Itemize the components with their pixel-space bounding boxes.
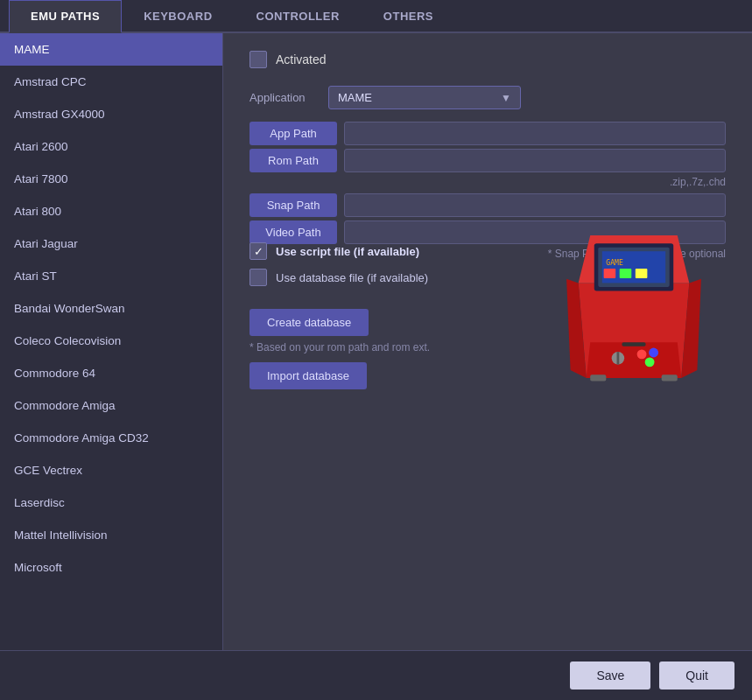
sidebar-item-bandai-wonderswan[interactable]: Bandai WonderSwan xyxy=(0,292,222,325)
rom-hint: .zip,.7z,.chd xyxy=(249,176,726,188)
svg-marker-9 xyxy=(587,342,682,378)
sidebar-item-amstrad-cpc[interactable]: Amstrad CPC xyxy=(0,66,222,98)
use-database-row: Use database file (if available) xyxy=(249,269,551,286)
bottom-section: Use script file (if available) Use datab… xyxy=(249,220,726,395)
sidebar-item-commodore-amiga-cd32[interactable]: Commodore Amiga CD32 xyxy=(0,422,222,454)
rom-path-input[interactable] xyxy=(344,149,726,172)
svg-point-12 xyxy=(637,349,647,359)
application-row: Application MAME ▼ xyxy=(249,86,726,109)
use-database-checkbox[interactable] xyxy=(249,269,267,286)
content-area: MAME Amstrad CPC Amstrad GX4000 Atari 26… xyxy=(0,33,752,650)
sidebar-item-laserdisc[interactable]: Laserdisc xyxy=(0,486,222,519)
sidebar-item-atari-jaguar[interactable]: Atari Jaguar xyxy=(0,228,222,260)
sidebar-item-gce-vectrex[interactable]: GCE Vectrex xyxy=(0,454,222,486)
svg-point-13 xyxy=(649,348,658,358)
sidebar-item-mame[interactable]: MAME xyxy=(0,33,222,66)
activated-row: Activated xyxy=(249,51,726,68)
create-database-button[interactable]: Create database xyxy=(249,309,369,336)
video-path-button[interactable]: Video Path xyxy=(249,220,337,244)
use-database-label: Use database file (if available) xyxy=(276,271,428,284)
main-panel: Activated Application MAME ▼ App Path Ro… xyxy=(223,33,752,650)
sidebar-item-atari-st[interactable]: Atari ST xyxy=(0,260,222,292)
sidebar-item-amstrad-gx4000[interactable]: Amstrad GX4000 xyxy=(0,98,222,130)
use-script-label: Use script file (if available) xyxy=(276,245,419,258)
activated-checkbox[interactable] xyxy=(249,51,267,68)
snap-path-button[interactable]: Snap Path xyxy=(249,193,337,217)
quit-button[interactable]: Quit xyxy=(659,662,734,690)
rom-path-button[interactable]: Rom Path xyxy=(249,149,337,172)
app-path-input[interactable] xyxy=(344,122,726,145)
save-button[interactable]: Save xyxy=(570,662,650,690)
application-select-value: MAME xyxy=(338,91,494,104)
create-database-hint: * Based on your rom path and rom ext. xyxy=(249,341,551,354)
use-script-row: Use script file (if available) xyxy=(249,242,551,260)
svg-rect-19 xyxy=(662,374,678,381)
sidebar-item-atari-2600[interactable]: Atari 2600 xyxy=(0,130,222,163)
svg-rect-18 xyxy=(590,374,606,381)
app-path-row: App Path xyxy=(249,122,726,145)
svg-point-14 xyxy=(645,357,655,367)
import-database-button[interactable]: Import database xyxy=(249,362,367,389)
sidebar-item-mattel-intellivision[interactable]: Mattel Intellivision xyxy=(0,519,222,551)
svg-text:GAME: GAME xyxy=(606,258,623,267)
sidebar-item-commodore-64[interactable]: Commodore 64 xyxy=(0,357,222,389)
chevron-down-icon: ▼ xyxy=(501,92,511,104)
svg-rect-7 xyxy=(620,269,632,278)
sidebar: MAME Amstrad CPC Amstrad GX4000 Atari 26… xyxy=(0,33,223,650)
sidebar-item-atari-7800[interactable]: Atari 7800 xyxy=(0,163,222,195)
svg-rect-15 xyxy=(622,342,645,346)
tab-controller[interactable]: CONTROLLER xyxy=(235,0,362,32)
actions-column: Use script file (if available) Use datab… xyxy=(249,242,551,395)
application-label: Application xyxy=(249,91,328,104)
sidebar-item-microsoft[interactable]: Microsoft xyxy=(0,551,222,584)
rom-path-row: Rom Path xyxy=(249,149,726,172)
application-select[interactable]: MAME ▼ xyxy=(328,86,521,109)
svg-rect-6 xyxy=(604,269,616,278)
footer: Save Quit xyxy=(0,650,752,700)
activated-label: Activated xyxy=(276,52,327,66)
tab-others[interactable]: OTHERS xyxy=(362,0,455,32)
arcade-cabinet-image: GAME xyxy=(551,220,726,395)
tab-bar: EMU PATHS KEYBOARD CONTROLLER OTHERS xyxy=(0,0,752,33)
svg-rect-8 xyxy=(636,269,648,278)
sidebar-item-commodore-amiga[interactable]: Commodore Amiga xyxy=(0,389,222,422)
sidebar-item-atari-800[interactable]: Atari 800 xyxy=(0,195,222,228)
snap-path-row: Snap Path xyxy=(249,193,726,217)
sidebar-item-coleco-colecovision[interactable]: Coleco Colecovision xyxy=(0,325,222,357)
snap-path-input[interactable] xyxy=(344,193,726,217)
use-script-checkbox[interactable] xyxy=(249,242,267,260)
main-window: EMU PATHS KEYBOARD CONTROLLER OTHERS MAM… xyxy=(0,0,752,700)
app-path-button[interactable]: App Path xyxy=(249,122,337,145)
tab-emu-paths[interactable]: EMU PATHS xyxy=(9,0,122,33)
tab-keyboard[interactable]: KEYBOARD xyxy=(122,0,234,32)
